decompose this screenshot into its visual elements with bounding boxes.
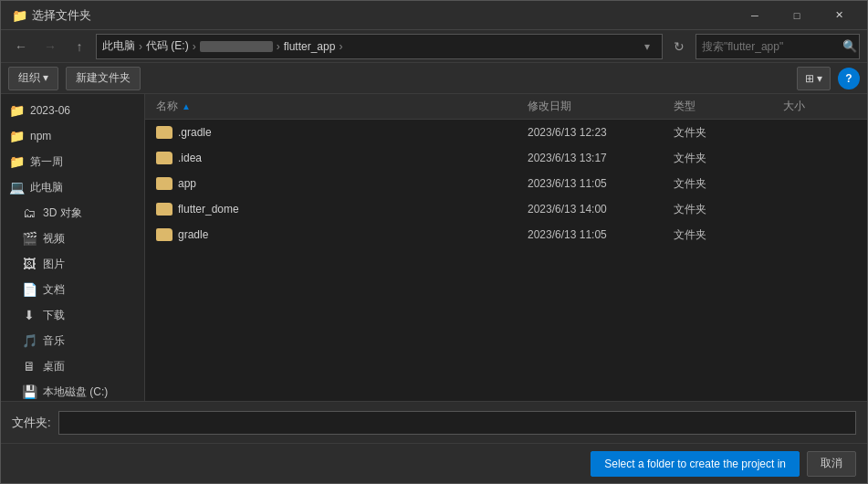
sidebar-item-downloads[interactable]: ⬇ 下载 (1, 302, 144, 328)
sidebar-item-video[interactable]: 🎬 视频 (1, 226, 144, 251)
up-button[interactable]: ↑ (67, 34, 92, 59)
sidebar-label-2023-06: 2023-06 (30, 104, 70, 117)
folder-icon (156, 177, 173, 190)
folder-icon (156, 126, 173, 139)
sort-asc-icon: ▲ (182, 101, 191, 111)
minimize-button[interactable]: ─ (734, 1, 776, 30)
sidebar-icon-2023-06: 📁 (8, 102, 25, 119)
search-icon[interactable]: 🔍 (842, 39, 857, 53)
sidebar: 📁 2023-06 📁 npm 📁 第一周 💻 此电脑 🗂 3D 对象 🎬 视频… (1, 94, 145, 401)
sidebar-label-docs: 文档 (43, 282, 65, 298)
search-bar[interactable]: 🔍 (695, 34, 860, 59)
sidebar-label-local-c: 本地磁盘 (C:) (43, 384, 108, 400)
breadcrumb-drive: 代码 (E:) (146, 38, 189, 54)
file-area: 名称 ▲ 修改日期 类型 大小 .gradle 2023/6/13 12:23 … (145, 94, 867, 401)
file-type: 文件夹 (674, 227, 783, 243)
title-bar: 📁 选择文件夹 ─ □ ✕ (1, 1, 867, 30)
file-name-cell: .idea (156, 152, 528, 164)
sidebar-label-picture: 图片 (43, 257, 65, 272)
col-header-name: 名称 ▲ (156, 99, 528, 114)
maximize-button[interactable]: □ (776, 1, 818, 30)
filename-bar: 文件夹: (1, 401, 867, 443)
main-area: 📁 2023-06 📁 npm 📁 第一周 💻 此电脑 🗂 3D 对象 🎬 视频… (1, 94, 867, 401)
file-date: 2023/6/13 14:00 (528, 203, 674, 216)
view-button[interactable]: ⊞ ▾ (797, 67, 831, 90)
breadcrumb-dropdown[interactable]: ▾ (638, 35, 656, 58)
new-folder-button[interactable]: 新建文件夹 (66, 67, 141, 90)
sidebar-item-docs[interactable]: 📄 文档 (1, 277, 144, 302)
back-button[interactable]: ← (8, 34, 34, 59)
file-name: app (178, 177, 196, 190)
sidebar-item-3d[interactable]: 🗂 3D 对象 (1, 200, 144, 226)
refresh-button[interactable]: ↻ (666, 34, 692, 59)
sidebar-label-desktop: 桌面 (43, 359, 65, 374)
col-header-date: 修改日期 (528, 99, 674, 114)
file-name-cell: app (156, 177, 528, 190)
footer: Select a folder to create the project in… (1, 443, 867, 483)
file-date: 2023/6/13 11:05 (528, 177, 674, 190)
title-bar-left: 📁 选择文件夹 (12, 7, 91, 24)
breadcrumb-bar[interactable]: 此电脑 › 代码 (E:) › › flutter_app › ▾ (96, 34, 663, 59)
file-date: 2023/6/13 13:17 (528, 152, 674, 164)
help-button[interactable]: ? (838, 68, 860, 89)
sidebar-item-desktop[interactable]: 🖥 桌面 (1, 353, 144, 379)
sidebar-item-npm[interactable]: 📁 npm (1, 123, 144, 149)
folder-icon (156, 152, 173, 164)
file-type: 文件夹 (674, 176, 783, 192)
filename-label: 文件夹: (12, 415, 51, 431)
col-header-size: 大小 (783, 99, 856, 114)
sidebar-icon-music: 🎵 (21, 332, 37, 349)
file-name-cell: flutter_dome (156, 203, 528, 216)
sidebar-label-3d: 3D 对象 (43, 205, 82, 221)
table-row[interactable]: .idea 2023/6/13 13:17 文件夹 (145, 145, 867, 171)
cancel-button[interactable]: 取消 (807, 451, 856, 477)
breadcrumb-current: flutter_app (284, 40, 336, 53)
sidebar-item-this-pc[interactable]: 💻 此电脑 (1, 174, 144, 200)
filename-input[interactable] (58, 411, 856, 435)
sidebar-label-music: 音乐 (43, 333, 65, 349)
sidebar-label-downloads: 下载 (43, 308, 65, 323)
sidebar-item-first-week[interactable]: 📁 第一周 (1, 149, 144, 174)
dialog-title: 选择文件夹 (32, 7, 91, 24)
sidebar-item-music[interactable]: 🎵 音乐 (1, 328, 144, 353)
table-row[interactable]: gradle 2023/6/13 11:05 文件夹 (145, 222, 867, 247)
sidebar-label-video: 视频 (43, 231, 65, 247)
file-name: gradle (178, 228, 208, 241)
file-name: flutter_dome (178, 203, 239, 216)
forward-button[interactable]: → (37, 34, 63, 59)
file-list-header: 名称 ▲ 修改日期 类型 大小 (145, 94, 867, 120)
sidebar-icon-desktop: 🖥 (21, 358, 37, 374)
table-row[interactable]: flutter_dome 2023/6/13 14:00 文件夹 (145, 196, 867, 222)
folder-icon (156, 228, 173, 241)
sidebar-label-first-week: 第一周 (30, 154, 63, 170)
sidebar-icon-downloads: ⬇ (21, 307, 37, 323)
action-toolbar: 组织 ▾ 新建文件夹 ⊞ ▾ ? (1, 63, 867, 94)
sidebar-icon-this-pc: 💻 (8, 179, 25, 195)
file-date: 2023/6/13 11:05 (528, 228, 674, 241)
sidebar-item-local-c[interactable]: 💾 本地磁盘 (C:) (1, 379, 144, 401)
file-type: 文件夹 (674, 151, 783, 166)
sidebar-item-picture[interactable]: 🖼 图片 (1, 251, 144, 277)
sidebar-icon-picture: 🖼 (21, 256, 37, 272)
file-name-cell: gradle (156, 228, 528, 241)
sidebar-icon-3d: 🗂 (21, 205, 37, 221)
search-input[interactable] (702, 40, 839, 53)
file-name-cell: .gradle (156, 126, 528, 139)
sidebar-icon-npm: 📁 (8, 128, 25, 144)
file-date: 2023/6/13 12:23 (528, 126, 674, 139)
file-type: 文件夹 (674, 202, 783, 217)
sidebar-icon-first-week: 📁 (8, 153, 25, 170)
table-row[interactable]: .gradle 2023/6/13 12:23 文件夹 (145, 120, 867, 145)
file-name: .idea (178, 152, 202, 164)
sidebar-item-2023-06[interactable]: 📁 2023-06 (1, 98, 144, 123)
close-button[interactable]: ✕ (818, 1, 860, 30)
select-button[interactable]: Select a folder to create the project in (591, 451, 800, 477)
file-name: .gradle (178, 126, 212, 139)
table-row[interactable]: app 2023/6/13 11:05 文件夹 (145, 171, 867, 196)
sidebar-label-npm: npm (30, 130, 51, 142)
sidebar-icon-local-c: 💾 (21, 384, 37, 400)
organize-button[interactable]: 组织 ▾ (8, 67, 58, 90)
sidebar-icon-docs: 📄 (21, 281, 37, 298)
file-type: 文件夹 (674, 125, 783, 141)
dialog-icon: 📁 (12, 8, 26, 23)
